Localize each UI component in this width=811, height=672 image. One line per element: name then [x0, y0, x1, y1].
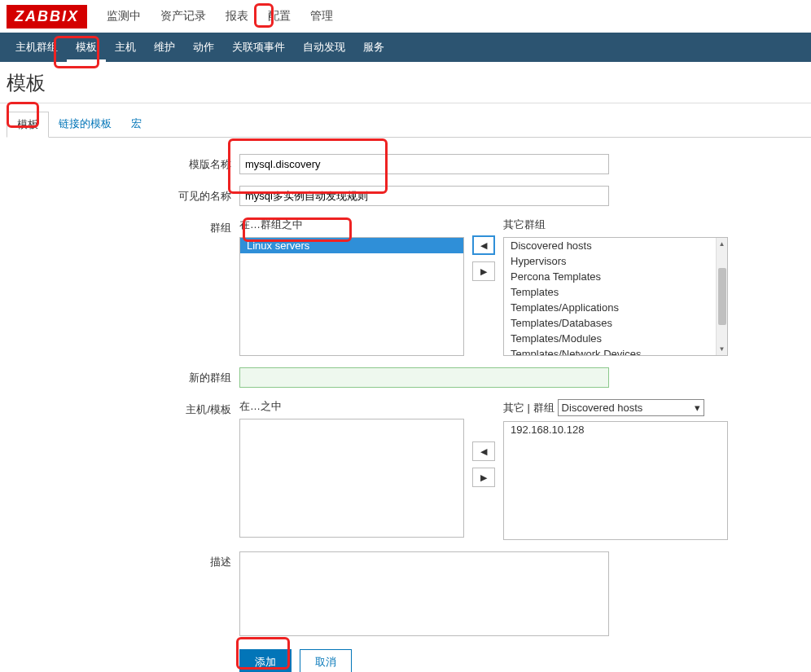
sub-menu-hosts[interactable]: 主机: [106, 33, 145, 62]
list-item[interactable]: Templates/Applications: [504, 300, 716, 315]
description-label: 描述: [0, 551, 239, 569]
scroll-down-icon[interactable]: ▼: [719, 343, 726, 355]
sub-menu-maintenance[interactable]: 维护: [145, 33, 184, 62]
new-group-input[interactable]: [239, 367, 609, 388]
in-hosts-listbox[interactable]: [239, 419, 464, 538]
top-nav: ZABBIX 监测中 资产记录 报表 配置 管理: [0, 0, 811, 33]
tab-macros[interactable]: 宏: [121, 112, 151, 137]
top-menu-inventory[interactable]: 资产记录: [151, 1, 216, 32]
visible-name-label: 可见的名称: [0, 186, 239, 204]
sub-nav: 主机群组 模板 主机 维护 动作 关联项事件 自动发现 服务: [0, 33, 811, 62]
other-hosts-group-dropdown[interactable]: Discovered hosts ▾: [558, 399, 704, 416]
scroll-thumb[interactable]: [718, 268, 726, 325]
template-name-input[interactable]: [239, 154, 609, 174]
list-item[interactable]: Templates/Modules: [504, 331, 716, 346]
list-item[interactable]: Hypervisors: [504, 253, 716, 269]
move-left-button[interactable]: ◀: [472, 235, 495, 255]
list-item[interactable]: Linux servers: [240, 238, 463, 253]
logo[interactable]: ZABBIX: [7, 5, 87, 29]
sub-menu-actions[interactable]: 动作: [184, 33, 223, 62]
new-group-label: 新的群组: [0, 367, 239, 385]
move-right-host-button[interactable]: ▶: [472, 468, 495, 487]
hosts-label: 主机/模板: [0, 399, 239, 417]
in-groups-header: 在…群组之中: [239, 217, 464, 232]
description-textarea[interactable]: [239, 551, 609, 636]
chevron-down-icon: ▾: [695, 402, 700, 414]
scroll-up-icon[interactable]: ▲: [719, 238, 726, 250]
cancel-button[interactable]: 取消: [300, 649, 352, 672]
top-menu-reports[interactable]: 报表: [216, 1, 258, 32]
list-item[interactable]: Percona Templates: [504, 269, 716, 284]
tab-template[interactable]: 模板: [7, 112, 49, 138]
top-menu-configuration[interactable]: 配置: [258, 1, 300, 32]
arrow-right-icon: ▶: [480, 472, 487, 483]
list-item[interactable]: Templates: [504, 284, 716, 300]
sub-menu-hostgroups[interactable]: 主机群组: [7, 33, 67, 62]
arrow-right-icon: ▶: [480, 266, 487, 277]
add-button[interactable]: 添加: [239, 649, 292, 672]
move-right-button[interactable]: ▶: [472, 261, 495, 281]
template-name-label: 模版名称: [0, 154, 239, 172]
top-menu-administration[interactable]: 管理: [300, 1, 343, 32]
arrow-left-icon: ◀: [480, 240, 487, 251]
arrow-left-icon: ◀: [480, 446, 487, 457]
groups-label: 群组: [0, 217, 239, 235]
other-hosts-label: 其它 | 群组: [503, 401, 555, 415]
tabs: 模板 链接的模板 宏: [7, 112, 811, 138]
list-item[interactable]: 192.168.10.128: [504, 422, 727, 437]
scrollbar[interactable]: ▲ ▼: [716, 238, 727, 355]
sub-menu-discovery[interactable]: 自动发现: [294, 33, 354, 62]
tab-linked-templates[interactable]: 链接的模板: [49, 112, 121, 137]
sub-menu-correlation[interactable]: 关联项事件: [223, 33, 294, 62]
list-item[interactable]: Discovered hosts: [504, 238, 716, 253]
in-groups-listbox[interactable]: Linux servers: [239, 237, 464, 356]
other-groups-header: 其它群组: [503, 217, 728, 232]
move-left-host-button[interactable]: ◀: [472, 441, 495, 461]
sub-menu-services[interactable]: 服务: [354, 33, 393, 62]
page-title: 模板: [0, 62, 811, 103]
other-groups-listbox[interactable]: Discovered hosts Hypervisors Percona Tem…: [503, 237, 728, 356]
sub-menu-templates[interactable]: 模板: [67, 33, 106, 62]
other-hosts-listbox[interactable]: 192.168.10.128: [503, 421, 728, 540]
form-area: 模版名称 可见的名称 群组 在…群组之中 Linux servers ◀ ▶ 其…: [0, 138, 811, 672]
list-item[interactable]: Templates/Network Devices: [504, 346, 716, 355]
dropdown-value: Discovered hosts: [562, 402, 643, 414]
visible-name-input[interactable]: [239, 186, 609, 206]
in-hosts-header: 在…之中: [239, 399, 464, 414]
list-item[interactable]: Templates/Databases: [504, 315, 716, 331]
top-menu: 监测中 资产记录 报表 配置 管理: [97, 1, 343, 32]
top-menu-monitoring[interactable]: 监测中: [97, 1, 151, 32]
